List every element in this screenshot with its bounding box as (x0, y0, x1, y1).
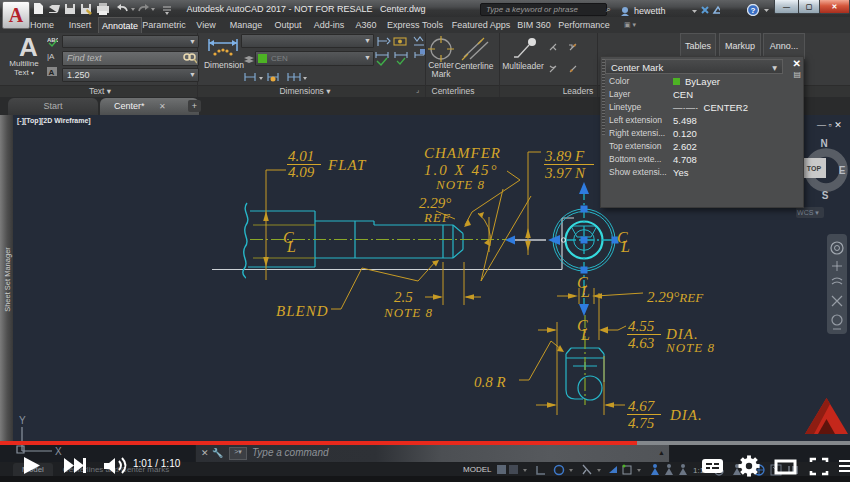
svg-text:N: N (820, 138, 827, 149)
svg-text:BLEND: BLEND (276, 303, 329, 319)
svg-text:4.09: 4.09 (288, 164, 315, 180)
svg-text:E: E (839, 165, 846, 176)
svg-text:2.29°: 2.29° (419, 195, 451, 211)
svg-text:3.97 N: 3.97 N (544, 165, 586, 181)
svg-text:TOP: TOP (807, 165, 822, 172)
svg-text:S: S (822, 190, 829, 201)
svg-text:4.55: 4.55 (628, 318, 655, 334)
svg-text:DIA.: DIA. (669, 407, 703, 423)
svg-text:FLAT: FLAT (327, 157, 367, 173)
svg-text:3.89 F: 3.89 F (544, 148, 585, 164)
svg-text:4.67: 4.67 (628, 398, 656, 414)
svg-text:2.5: 2.5 (394, 289, 413, 305)
svg-text:4.63: 4.63 (628, 335, 654, 351)
svg-text:4.75: 4.75 (628, 415, 655, 431)
svg-text:REF: REF (423, 210, 451, 225)
svg-text:Y: Y (19, 415, 26, 426)
svg-text:NOTE 8: NOTE 8 (665, 340, 715, 355)
svg-text:1.0 X 45°: 1.0 X 45° (424, 162, 498, 178)
svg-text:L: L (620, 238, 630, 255)
svg-text:L: L (580, 326, 590, 343)
svg-text:CHAMFER: CHAMFER (424, 145, 501, 161)
svg-text:0.8 R: 0.8 R (474, 374, 506, 390)
svg-text:— ▫ ✕: — ▫ ✕ (817, 120, 842, 130)
svg-text:L: L (286, 238, 296, 255)
svg-text:NOTE 8: NOTE 8 (435, 177, 485, 192)
svg-text:2.29°REF: 2.29°REF (647, 289, 704, 305)
svg-text:A: A (9, 4, 24, 26)
svg-text:WCS ▾: WCS ▾ (797, 209, 819, 216)
svg-text:NOTE 8: NOTE 8 (383, 305, 433, 320)
svg-text:L: L (580, 283, 590, 300)
svg-text:4.01: 4.01 (288, 148, 314, 164)
